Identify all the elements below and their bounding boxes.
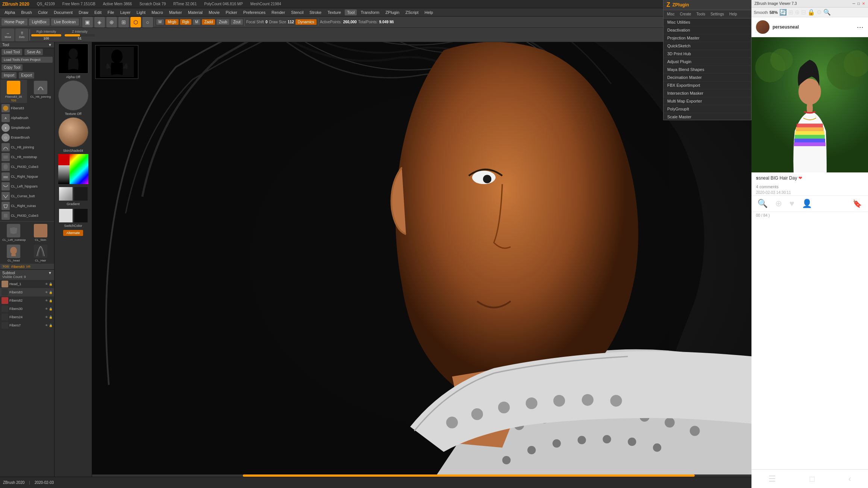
tool-item-cl-rightbelt[interactable]: CL_Right_hipguar	[0, 172, 54, 181]
tool-item-cl-joinring2[interactable]: CL_Hlt_joinring	[0, 142, 54, 152]
tool-item-cl-head[interactable]: CL_head	[0, 243, 27, 263]
menu-draw[interactable]: Draw	[76, 9, 91, 15]
menu-render[interactable]: Render	[269, 9, 287, 15]
zplugin-item-fbx-export[interactable]: FBX ExportImport	[663, 82, 751, 89]
ig-tool-2[interactable]: ⊞	[788, 9, 793, 16]
tool-section-header[interactable]: Tool ▼	[0, 42, 54, 48]
alternate-btn[interactable]: Alternate	[63, 230, 83, 236]
tool-item-cl-curras[interactable]: CL_Curras_butt	[0, 191, 54, 201]
subtool-item-fibers30[interactable]: Fibers30 👁 🔒	[0, 305, 54, 313]
zplugin-item-decimation-master[interactable]: Decimation Master	[663, 74, 751, 82]
switch-black[interactable]	[74, 209, 88, 222]
subtool-eye-fibers83[interactable]: 👁	[45, 291, 48, 294]
rgb-active[interactable]: Rgb	[180, 19, 191, 25]
live-boolean-btn[interactable]: Live Boolean	[51, 18, 79, 26]
menu-stroke[interactable]: Stroke	[307, 9, 324, 15]
zplugin-item-projection-master[interactable]: Projection Master	[663, 34, 751, 42]
texture-off-thumb[interactable]	[58, 80, 88, 110]
ig-comments[interactable]: 4 comments	[751, 184, 868, 190]
ig-tool-1[interactable]: 🔄	[779, 9, 787, 16]
menu-stencil[interactable]: Stencil	[289, 9, 306, 15]
tool-item-cl-skin[interactable]: CL_Skin	[27, 223, 54, 243]
ig-search-action[interactable]: 🔍	[757, 199, 768, 208]
save-as-btn[interactable]: Save As	[24, 49, 43, 55]
ig-tool-7[interactable]: 🔍	[823, 9, 831, 16]
tool-item-cl-cuiras-right[interactable]: CL_Right_cuiras	[0, 201, 54, 211]
import-btn[interactable]: Import	[2, 72, 17, 79]
tool-item-fibers83[interactable]: Fibers83	[0, 103, 54, 113]
ig-bookmark-action[interactable]: 🔖	[853, 199, 862, 208]
subtool-lock-fibers82[interactable]: 🔒	[49, 299, 53, 302]
menu-zplugin[interactable]: ZPlugin	[383, 9, 401, 15]
menu-zscript[interactable]: ZScript	[403, 9, 421, 15]
menu-file[interactable]: File	[105, 9, 117, 15]
ig-nav-menu[interactable]: ☰	[768, 474, 776, 484]
zplugin-item-3d-print-hub[interactable]: 3D Print Hub	[663, 50, 751, 58]
zplugin-tab-misc[interactable]: Misc	[665, 11, 677, 17]
ig-tool-4[interactable]: ⊟	[801, 9, 806, 16]
subtool-item-fibers7[interactable]: Fibers7 👁 🔒	[0, 321, 54, 329]
ig-add-action[interactable]: ⊕	[775, 199, 782, 208]
tool-item-cl-right-hipguar[interactable]: CL_Left_hipguars	[0, 181, 54, 191]
mrgb-active[interactable]: Mrgb	[165, 19, 179, 25]
tool-item-cl-hlt[interactable]: CL_Hlt_joinring	[27, 80, 54, 103]
menu-marker[interactable]: Marker	[167, 9, 184, 15]
zsub-btn[interactable]: Zsub	[217, 19, 229, 25]
zplugin-item-multi-map[interactable]: Multi Map Exporter	[663, 97, 751, 105]
tool-item-cl-left-cuir[interactable]: CL_Left_cuirassp	[0, 223, 27, 243]
subtool-item-fibers83[interactable]: Fibers83 👁 🔒	[0, 288, 54, 296]
ig-tool-5[interactable]: 🔒	[807, 9, 815, 16]
ig-username[interactable]: perseusneal	[773, 24, 799, 30]
menu-movie[interactable]: Movie	[206, 9, 222, 15]
ig-person-action[interactable]: 👤	[802, 199, 812, 208]
subtool-eye-fibers82[interactable]: 👁	[45, 299, 48, 302]
zcut-btn[interactable]: Zcut	[231, 19, 242, 25]
zplugin-tab-tools[interactable]: Tools	[694, 11, 707, 17]
subtool-eye-fibers24[interactable]: 👁	[45, 316, 48, 319]
ig-maximize[interactable]: □	[857, 2, 860, 6]
draw-mode-active[interactable]: ⬡	[130, 17, 141, 27]
menu-help[interactable]: Help	[422, 9, 435, 15]
tool-item-cl-cube3[interactable]: CL_PM3D_Cube3	[0, 211, 54, 221]
zplugin-item-misc-utilities[interactable]: Misc Utilities	[663, 18, 751, 26]
ig-nav-back[interactable]: ‹	[848, 474, 851, 484]
tool-item-cl-skirstrap[interactable]: CL_Hlt_noststrap	[0, 152, 54, 162]
zplugin-tab-create[interactable]: Create	[678, 11, 694, 17]
subtool-lock-fibers24[interactable]: 🔒	[49, 316, 53, 319]
zplugin-item-deactivation[interactable]: Deactivation	[663, 26, 751, 34]
menu-edit[interactable]: Edit	[92, 9, 104, 15]
load-tool-btn[interactable]: Load Tool	[2, 49, 22, 55]
dynamics-btn[interactable]: Dynamics	[295, 19, 317, 25]
subtool-lock-fibers7[interactable]: 🔒	[49, 324, 53, 327]
ig-tool-6[interactable]: ⚙	[816, 9, 822, 16]
tool-item-simplebrush[interactable]: ● SimpleBrush	[0, 123, 54, 133]
zplugin-item-intersection-masker[interactable]: Intersection Masker	[663, 89, 751, 97]
subtool-item-head1[interactable]: Head_1 👁 🔒	[0, 280, 54, 288]
home-page-btn[interactable]: Home Page	[2, 18, 27, 26]
draw-mode-btn-4[interactable]: ⊞	[118, 17, 129, 27]
ig-more-btn[interactable]: ⋯	[857, 23, 863, 31]
menu-color[interactable]: Color	[36, 9, 50, 15]
move-tool-btn[interactable]: ↔ Move	[2, 29, 14, 41]
draw-size-val[interactable]: 112	[288, 20, 294, 24]
subtool-lock-fibers83[interactable]: 🔒	[49, 291, 53, 294]
ig-heart-action[interactable]: ♥	[789, 199, 794, 208]
menu-macro[interactable]: Macro	[149, 9, 165, 15]
menu-tool[interactable]: Tool	[345, 9, 357, 15]
ig-close[interactable]: ✕	[862, 2, 865, 6]
m-btn[interactable]: M	[193, 19, 200, 25]
menu-light[interactable]: Light	[134, 9, 148, 15]
skinshaded-thumb[interactable]	[58, 117, 88, 147]
dots-btn[interactable]: ⠿ Dots	[15, 29, 28, 41]
zplugin-item-polygroupit[interactable]: PolyGroupIt	[663, 105, 751, 113]
zplugin-tab-settings[interactable]: Settings	[708, 11, 726, 17]
zadd-active[interactable]: Zadd	[202, 19, 215, 25]
rgb-intensity-control[interactable]: Rgb Intensity 100	[31, 30, 61, 40]
menu-preferences[interactable]: Preferences	[241, 9, 268, 15]
lightbox-btn[interactable]: LightBox	[29, 18, 50, 26]
subtool-item-fibers82[interactable]: Fibers82 👁 🔒	[0, 296, 54, 305]
zplugin-item-maya-blend[interactable]: Maya Blend Shapes	[663, 66, 751, 74]
menu-layer[interactable]: Layer	[118, 9, 133, 15]
tool-item-cl-hair[interactable]: CL_Hair	[27, 243, 54, 263]
draw-mode-btn-5[interactable]: ○	[142, 17, 153, 27]
